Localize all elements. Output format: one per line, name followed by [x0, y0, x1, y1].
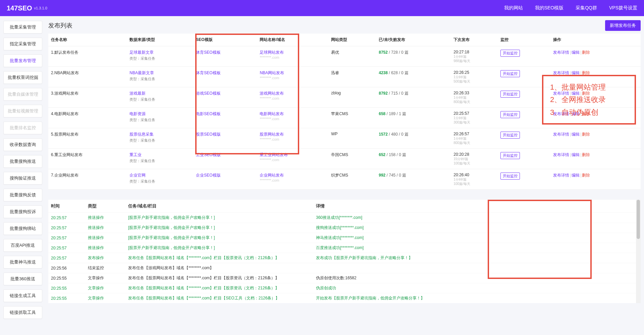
detail-link[interactable]: 发布详情 [553, 173, 569, 178]
sidebar-item[interactable]: 链接抓取工具 [3, 306, 42, 319]
sidebar-item[interactable]: 链接生成工具 [3, 289, 42, 302]
log-time: 20:25:57 [48, 253, 85, 263]
sidebar-item[interactable]: 批量搜狗推送 [3, 155, 42, 168]
data-source: 足球最新文章类型：采集任务 [127, 46, 193, 67]
sidebar-item: 批量排名监控 [3, 122, 42, 134]
seo-template: 体育SEO模板 [193, 67, 257, 87]
monitor-button[interactable]: 开始监控 [500, 50, 520, 57]
site-name: 企业网站发布********.com [257, 169, 328, 190]
log-task: 发布任务【游戏网站发布】域名【********.com】 [125, 263, 313, 273]
monitor-button[interactable]: 开始监控 [500, 173, 520, 180]
col-header: 网站名称/域名 [257, 34, 328, 46]
new-task-button[interactable]: 新增发布任务 [605, 20, 641, 31]
delete-link[interactable]: 删除 [582, 152, 590, 157]
publish-count: 652 / 158 / 0 篇 [376, 149, 451, 169]
edit-link[interactable]: 编辑 [572, 50, 580, 55]
publish-count: 4238 / 628 / 0 篇 [376, 67, 451, 87]
delete-link[interactable]: 删除 [582, 132, 590, 137]
log-task: 发布任务【股票网站发布】域名【********.com】栏目【股票资讯（文档：2… [125, 273, 313, 283]
col-header: 已/未/失败发布 [376, 34, 451, 46]
monitor-cell: 开始监控 [498, 149, 551, 169]
sidebar-item[interactable]: 批量发布管理 [3, 54, 42, 67]
sidebar-item[interactable]: 搜狗验证推送 [3, 172, 42, 185]
sidebar-item[interactable]: 百度API推送 [3, 239, 42, 252]
log-time: 20:25:55 [48, 293, 85, 303]
edit-link[interactable]: 编辑 [572, 152, 580, 157]
site-type: 织梦CMS [328, 169, 376, 190]
log-task: 发布任务【股票网站发布】域名【********.com】栏目【股票资讯（文档：2… [125, 283, 313, 293]
monitor-button[interactable]: 开始监控 [500, 70, 520, 77]
ops-cell: 发布详情|编辑|删除 [550, 169, 641, 190]
detail-link[interactable]: 发布详情 [553, 70, 569, 75]
log-time: 20:25:56 [48, 263, 85, 273]
log-row: 20:25:55文章操作发布任务【股票网站发布】域名【********.com】… [48, 283, 641, 293]
log-time: 20:25:57 [48, 243, 85, 253]
sidebar-item[interactable]: 批量神马推送 [3, 256, 42, 269]
log-row: 20:25:57发布操作发布任务【股票网站发布】域名【********.com】… [48, 253, 641, 263]
sidebar-item[interactable]: 收录数据查询 [3, 138, 42, 151]
edit-link[interactable]: 编辑 [572, 70, 580, 75]
site-type: zblog [328, 87, 376, 108]
sidebar-item[interactable]: 批量搜狗投诉 [3, 205, 42, 218]
log-time: 20:25:57 [48, 233, 85, 243]
detail-link[interactable]: 发布详情 [553, 152, 569, 157]
log-task: [股票开户新手避坑指南，低佣金开户攻略分享！] [125, 233, 313, 243]
next-publish: 20:20:2815分钟/篇100篇/每天 [451, 149, 497, 169]
sidebar-item[interactable]: 批量权重词挖掘 [3, 71, 42, 84]
sidebar-item[interactable]: 批量采集管理 [3, 21, 42, 34]
task-name: 5.股票网站发布 [48, 128, 127, 149]
monitor-button[interactable]: 开始监控 [500, 132, 520, 139]
col-header: 下次发布 [451, 34, 497, 46]
header-nav-item[interactable]: 我的SEO模版 [535, 5, 564, 11]
delete-link[interactable]: 删除 [582, 50, 590, 55]
sidebar-item: 批量短视频管理 [3, 105, 42, 117]
log-scrollbar[interactable] [636, 200, 641, 303]
log-detail: 发布成功【股票开户新手避坑指南，开户攻略分享！】 [313, 253, 641, 263]
log-detail: 开始发布【股票开户新手避坑指南，低佣金开户攻略分享！】 [313, 293, 641, 303]
log-task: [股票开户新手避坑指南，低佣金开户攻略分享！] [125, 213, 313, 223]
log-kind: 推送操作 [85, 243, 125, 253]
page-title: 发布列表 [48, 21, 72, 30]
edit-link[interactable]: 编辑 [572, 173, 580, 178]
next-publish: 20:26:251分钟/篇500篇/每天 [451, 67, 497, 87]
seo-template: 企业SEO模版 [193, 169, 257, 190]
seo-template: 游戏SEO模板 [193, 87, 257, 108]
monitor-button[interactable]: 开始监控 [500, 111, 520, 118]
delete-link[interactable]: 删除 [582, 173, 590, 178]
monitor-button[interactable]: 开始监控 [500, 91, 520, 98]
header-nav-item[interactable]: VPS拨号设置 [609, 5, 637, 11]
sidebar: 批量采集管理指定采集管理批量发布管理批量权重词挖掘批量自媒体管理批量短视频管理批… [0, 16, 46, 324]
next-publish: 20:26:571分钟/篇800篇/每天 [451, 128, 497, 149]
log-row: 20:25:57推送操作[股票开户新手避坑指南，低佣金开户攻略分享！]神马推送成… [48, 233, 641, 243]
header-nav-item[interactable]: 我的网站 [504, 5, 523, 11]
seo-template: 电影SEO模板 [193, 108, 257, 128]
log-detail: 伪原创使用次数:16582 [313, 273, 641, 283]
task-name: 4.电影网站发布 [48, 108, 127, 128]
detail-link[interactable]: 发布详情 [553, 132, 569, 137]
header-nav-item[interactable]: 采集QQ群 [576, 5, 597, 11]
col-header: 任务名称 [48, 34, 127, 46]
col-header: 数据来源/类型 [127, 34, 193, 46]
log-col-header: 时间 [48, 200, 85, 213]
sidebar-item[interactable]: 批量搜狗反馈 [3, 189, 42, 201]
site-type: 易优 [328, 46, 376, 67]
publish-count: 992 / 745 / 0 篇 [376, 169, 451, 190]
app-version: v1.3.1.0 [34, 6, 47, 10]
delete-link[interactable]: 删除 [582, 70, 590, 75]
site-type: 帝国CMS [328, 149, 376, 169]
site-name: 电影网站发布********.com [257, 108, 328, 128]
annotation-line: 2、全网推送收录 [550, 93, 628, 106]
col-header: SEO模版 [193, 34, 257, 46]
detail-link[interactable]: 发布详情 [553, 50, 569, 55]
sidebar-item[interactable]: 指定采集管理 [3, 38, 42, 50]
sidebar-item[interactable]: 批量360推送 [3, 273, 42, 285]
col-header: 监控 [498, 34, 551, 46]
table-row: 7.企业网站发布企业官网类型：采集任务企业SEO模版企业网站发布********… [48, 169, 641, 190]
task-name: 1.默认发布任务 [48, 46, 127, 67]
monitor-button[interactable]: 开始监控 [500, 152, 520, 159]
ops-cell: 发布详情|编辑|删除 [550, 128, 641, 149]
sidebar-item[interactable]: 批量搜狗绑站 [3, 222, 42, 235]
log-row: 20:25:55文章操作发布任务【股票网站发布】域名【********.com】… [48, 293, 641, 303]
edit-link[interactable]: 编辑 [572, 132, 580, 137]
site-name: 足球网站发布********.com [257, 46, 328, 67]
